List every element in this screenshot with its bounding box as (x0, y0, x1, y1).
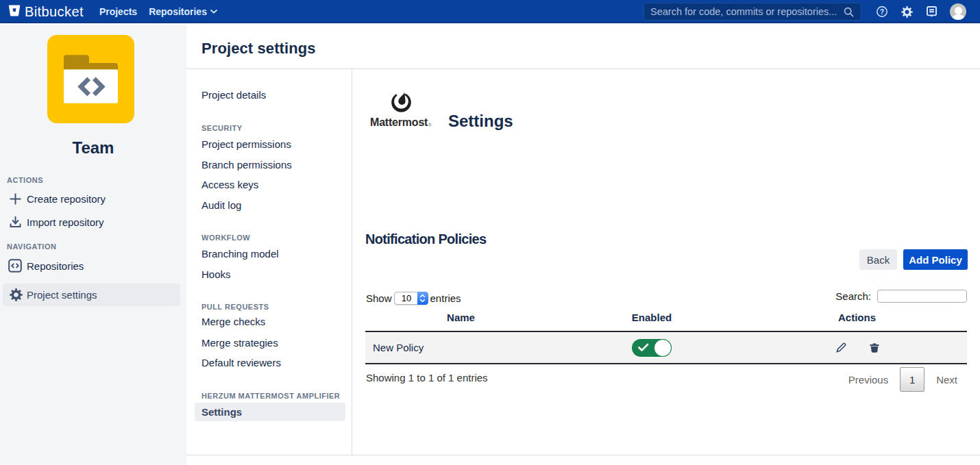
svg-text:?: ? (880, 8, 884, 16)
